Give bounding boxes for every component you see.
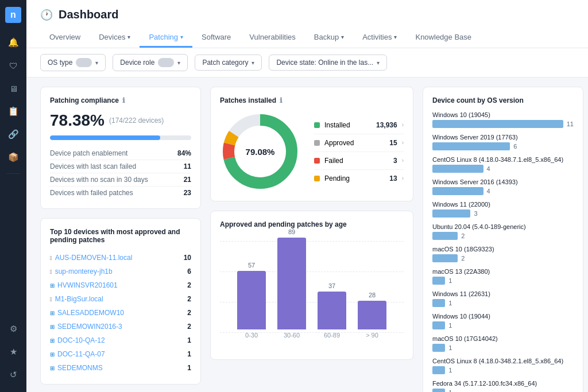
- bar-chart-container: 57 0-30 89 30-60 37 60-89: [220, 235, 404, 350]
- approved-arrow[interactable]: ›: [402, 139, 404, 146]
- compliance-percent-row: 78.38% (174/222 devices): [50, 111, 191, 130]
- device-row-9: ⊞ SEDEMONMS 1: [50, 361, 191, 375]
- devices-tab-arrow: ▾: [127, 34, 130, 40]
- device-state-arrow: ▾: [377, 60, 380, 66]
- legend-row-approved: Approved 15 ›: [314, 134, 404, 152]
- os-row-4: Windows 11 (22000) 3: [432, 201, 574, 218]
- filter-os-type[interactable]: OS type ▾: [40, 54, 106, 71]
- win-icon-5: ⊞: [50, 310, 55, 316]
- os-bar-9: [432, 321, 445, 329]
- device-row-5: ⊞ SALESADDEMOW10 2: [50, 306, 191, 320]
- tab-patching[interactable]: Patching ▾: [140, 28, 192, 48]
- right-column: Device count by OS version Windows 10 (1…: [423, 87, 583, 392]
- stat-row-scan-failed: Devices with last scan failed 11: [50, 160, 191, 173]
- patches-info-icon[interactable]: ℹ: [280, 96, 283, 104]
- patching-tab-arrow: ▾: [180, 34, 183, 40]
- approved-dot: [314, 140, 320, 146]
- mac-icon-4: : [50, 296, 52, 302]
- stat-row-enablement: Device patch enablement 84%: [50, 147, 191, 160]
- tab-vulnerabilities[interactable]: Vulnerabilities: [240, 28, 304, 48]
- sidebar-icon-monitor[interactable]: 🖥: [3, 78, 24, 99]
- device-row-2:  sup-monterey-jh1b 6: [50, 265, 191, 278]
- stat-row-no-scan: Devices with no scan in 30 days 21: [50, 173, 191, 187]
- filter-patch-category[interactable]: Patch category ▾: [195, 55, 262, 71]
- bar-chart-card: Approved and pending patches by age 57: [210, 211, 413, 360]
- device-row-7: ⊞ DOC-10-QA-12 1: [50, 333, 191, 347]
- device-link-4[interactable]:  M1-BigSur.local: [50, 295, 103, 303]
- os-bar-5: [432, 232, 458, 240]
- bar-chart-title: Approved and pending patches by age: [220, 220, 404, 228]
- pending-dot: [314, 176, 320, 181]
- page-title: Dashboard: [59, 8, 118, 21]
- bar-3060[interactable]: [277, 238, 306, 329]
- os-bar-8: [432, 299, 445, 307]
- patches-inner: 79.08% Installed 13,936 ›: [220, 111, 404, 192]
- sidebar-icon-star[interactable]: ★: [3, 341, 24, 362]
- tab-devices[interactable]: Devices ▾: [90, 28, 140, 48]
- compliance-bar-container: [50, 135, 191, 140]
- bars-container: 57 0-30 89 30-60 37 60-89: [220, 247, 404, 339]
- installed-arrow[interactable]: ›: [402, 122, 404, 128]
- failed-arrow[interactable]: ›: [402, 157, 404, 164]
- tab-knowledge-base[interactable]: Knowledge Base: [406, 28, 481, 48]
- patches-legend: Installed 13,936 › Approved: [314, 117, 404, 187]
- device-link-7[interactable]: ⊞ DOC-10-QA-12: [50, 336, 105, 344]
- win-icon-8: ⊞: [50, 351, 55, 358]
- win-icon-7: ⊞: [50, 337, 55, 344]
- sidebar-icon-clipboard[interactable]: 📋: [3, 101, 24, 122]
- device-link-1[interactable]:  AUS-DEMOVEN-11.local: [50, 254, 132, 262]
- device-link-9[interactable]: ⊞ SEDEMONMS: [50, 364, 103, 372]
- device-link-6[interactable]: ⊞ SEDEMOWIN2016-3: [50, 323, 122, 331]
- os-bar-3: [432, 187, 483, 195]
- pending-arrow[interactable]: ›: [402, 175, 404, 181]
- os-row-0: Windows 10 (19045) 11: [432, 111, 574, 128]
- filter-device-role[interactable]: Device role ▾: [113, 54, 188, 71]
- bar-90[interactable]: [358, 301, 386, 329]
- os-version-title: Device count by OS version: [432, 96, 574, 104]
- tab-overview[interactable]: Overview: [40, 28, 90, 48]
- device-row-4:  M1-BigSur.local 2: [50, 292, 191, 306]
- mac-icon-1: : [50, 255, 52, 261]
- device-link-3[interactable]: ⊞ HVWINSVR201601: [50, 281, 118, 289]
- compliance-devices: (174/222 devices): [109, 117, 164, 125]
- top-devices-title: Top 10 devices with most approved and pe…: [50, 228, 191, 244]
- top-devices-card: Top 10 devices with most approved and pe…: [40, 218, 201, 385]
- os-type-arrow: ▾: [95, 60, 98, 66]
- os-bar-2: [432, 165, 483, 173]
- device-link-5[interactable]: ⊞ SALESADDEMOW10: [50, 309, 124, 317]
- sidebar-icon-gear[interactable]: ⚙: [3, 319, 24, 339]
- tab-backup[interactable]: Backup ▾: [305, 28, 353, 48]
- sidebar-divider: [6, 173, 20, 174]
- device-link-8[interactable]: ⊞ DOC-11-QA-07: [50, 350, 105, 358]
- patches-card-title: Patches installed ℹ: [220, 96, 404, 104]
- sidebar-icon-link[interactable]: 🔗: [3, 124, 24, 145]
- os-row-10: macOS 10 (17G14042) 1: [432, 335, 574, 352]
- gridline-1: [220, 241, 404, 242]
- filter-device-state[interactable]: Device state: Online in the las... ▾: [269, 55, 387, 71]
- sidebar-icon-shield[interactable]: 🛡: [3, 55, 24, 76]
- device-link-2[interactable]:  sup-monterey-jh1b: [50, 267, 113, 275]
- bar-6089[interactable]: [318, 292, 346, 329]
- left-column: Patching compliance ℹ 78.38% (174/222 de…: [40, 87, 201, 392]
- stat-row-failed-patches: Devices with failed patches 23: [50, 187, 191, 199]
- os-bar-10: [432, 344, 445, 352]
- win-icon-9: ⊞: [50, 365, 55, 371]
- compliance-card-title: Patching compliance ℹ: [50, 96, 191, 104]
- os-row-7: macOS 13 (22A380) 1: [432, 268, 574, 285]
- failed-dot: [314, 158, 320, 164]
- bar-030[interactable]: [237, 271, 266, 329]
- compliance-percent: 78.38%: [50, 111, 105, 130]
- main-content: 🕐 Dashboard Overview Devices ▾ Patching …: [26, 0, 588, 392]
- device-role-toggle[interactable]: [158, 58, 174, 67]
- os-type-toggle[interactable]: [76, 58, 92, 67]
- sidebar-icon-history[interactable]: ↺: [3, 364, 24, 385]
- sidebar-icon-bell[interactable]: 🔔: [3, 32, 24, 53]
- os-bar-0: [432, 120, 563, 128]
- os-bar-12: [432, 389, 445, 392]
- tab-software[interactable]: Software: [192, 28, 240, 48]
- os-row-9: Windows 10 (19044) 1: [432, 313, 574, 329]
- sidebar-logo: n: [5, 7, 21, 23]
- sidebar-icon-package[interactable]: 📦: [3, 147, 24, 168]
- tab-activities[interactable]: Activities ▾: [353, 28, 406, 48]
- compliance-info-icon[interactable]: ℹ: [122, 96, 125, 104]
